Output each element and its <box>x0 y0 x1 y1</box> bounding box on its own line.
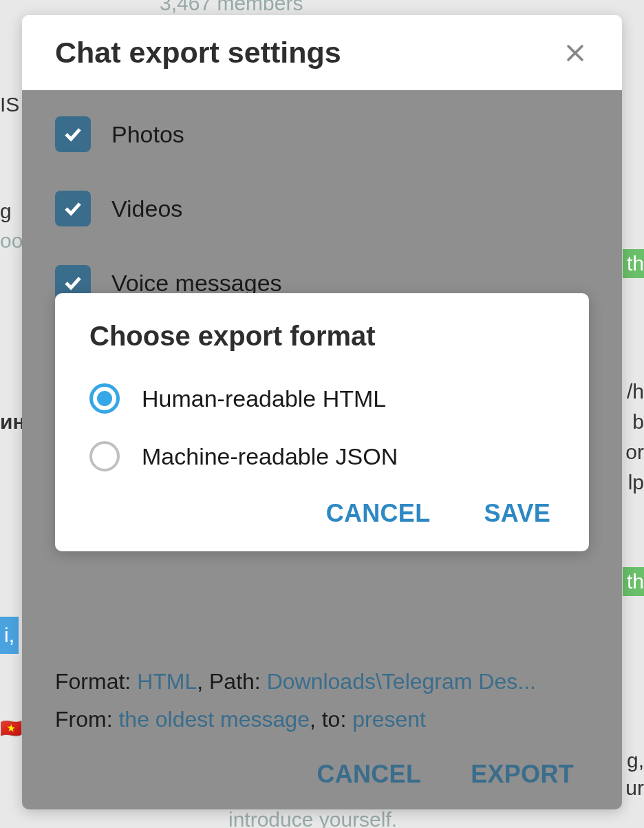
dialog-actions: CANCEL EXPORT <box>55 760 589 789</box>
checkbox-label: Voice messages <box>111 270 282 297</box>
export-button[interactable]: EXPORT <box>471 760 574 789</box>
close-button[interactable] <box>561 39 589 67</box>
checkbox-videos[interactable] <box>55 191 91 226</box>
to-link[interactable]: present <box>352 707 426 732</box>
inner-dialog-title: Choose export format <box>89 321 555 352</box>
export-settings-dialog: Chat export settings Photos Videos Voice… <box>22 15 622 809</box>
checkmark-icon <box>61 197 85 220</box>
close-icon <box>564 41 587 65</box>
cancel-button[interactable]: CANCEL <box>316 760 421 789</box>
date-range-row: From: the oldest message, to: present <box>55 707 589 732</box>
from-prefix: From: <box>55 707 118 732</box>
checkbox-label: Photos <box>111 121 184 148</box>
format-sep: , Path: <box>197 669 266 694</box>
format-prefix: Format: <box>55 669 137 694</box>
checkbox-photos[interactable] <box>55 116 91 152</box>
checkbox-row-photos[interactable]: Photos <box>55 116 589 152</box>
format-link[interactable]: HTML <box>137 669 197 694</box>
radio-json[interactable] <box>89 441 120 471</box>
checkmark-icon <box>61 123 85 146</box>
save-button[interactable]: SAVE <box>484 499 550 528</box>
dialog-header: Chat export settings <box>22 15 622 90</box>
radio-label: Machine-readable JSON <box>142 443 398 470</box>
radio-row-html[interactable]: Human-readable HTML <box>89 383 555 414</box>
inner-dialog-actions: CANCEL SAVE <box>89 499 555 528</box>
radio-row-json[interactable]: Machine-readable JSON <box>89 441 555 471</box>
checkmark-icon <box>61 271 85 295</box>
radio-html[interactable] <box>89 383 120 414</box>
checkbox-label: Videos <box>111 195 182 222</box>
checkbox-row-videos[interactable]: Videos <box>55 191 589 226</box>
export-format-dialog: Choose export format Human-readable HTML… <box>55 293 589 551</box>
radio-label: Human-readable HTML <box>142 385 386 412</box>
path-link[interactable]: Downloads\Telegram Des... <box>267 669 536 694</box>
format-path-row: Format: HTML, Path: Downloads\Telegram D… <box>55 669 589 694</box>
cancel-button[interactable]: CANCEL <box>326 499 431 528</box>
from-link[interactable]: the oldest message <box>118 707 310 732</box>
dialog-title: Chat export settings <box>55 36 341 70</box>
dialog-body: Photos Videos Voice messages Format: HTM… <box>22 90 622 809</box>
range-sep: , to: <box>310 707 352 732</box>
